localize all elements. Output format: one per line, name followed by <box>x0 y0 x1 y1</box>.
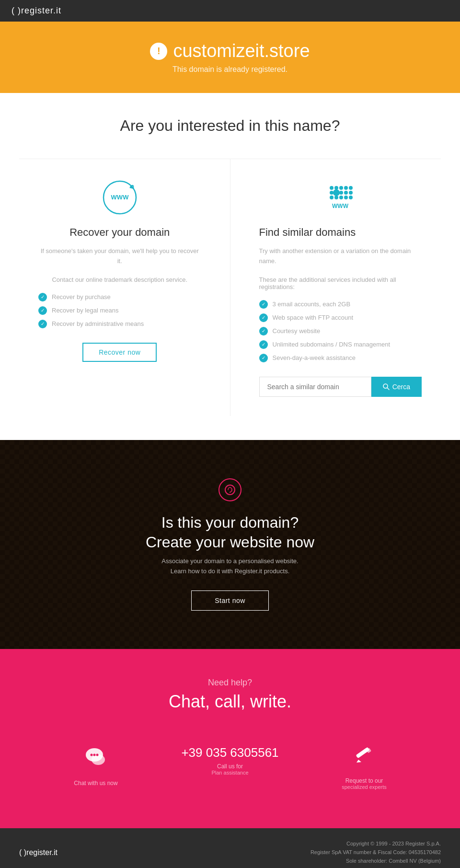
check-icon: ✓ <box>38 293 47 301</box>
svg-text:WWW: WWW <box>111 194 129 201</box>
warning-icon: ! <box>150 43 167 60</box>
help-write-col: Request to our specialized experts <box>297 736 431 799</box>
start-now-button[interactable]: Start now <box>191 590 269 611</box>
list-item: ✓ 3 email accounts, each 2GB <box>259 300 422 309</box>
checklist-item-r4: Unlimited subdomains / DNS management <box>273 341 391 348</box>
top-nav: ( )register.it <box>0 0 460 22</box>
help-section: Need help? Chat, call, write. Chat with … <box>0 649 460 828</box>
help-cols: Chat with us now +39 035 6305561 Call us… <box>19 736 441 799</box>
svg-point-3 <box>334 186 338 190</box>
interested-title: Are you interested in this name? <box>19 117 441 135</box>
svg-point-2 <box>330 186 334 190</box>
svg-point-5 <box>344 186 348 190</box>
cta-title: Is this your domain? Create your website… <box>19 513 441 553</box>
svg-point-10 <box>344 191 348 195</box>
www-dots-icon: WWW <box>321 178 359 217</box>
search-icon <box>383 383 390 390</box>
banner: ! customizeit.store This domain is alrea… <box>0 22 460 93</box>
help-title: Chat, call, write. <box>19 692 441 712</box>
search-button[interactable]: Cerca <box>371 377 422 397</box>
find-similar-col: WWW Find similar domains Try with anothe… <box>230 159 441 416</box>
help-phone-number: +39 035 6305561 <box>181 745 278 760</box>
list-item: ✓ Recover by administrative means <box>38 320 201 328</box>
www-circle-icon: WWW <box>101 178 139 217</box>
svg-line-19 <box>387 388 389 390</box>
find-similar-title: Find similar domains <box>259 226 422 239</box>
svg-point-21 <box>230 492 230 493</box>
svg-point-15 <box>344 196 348 199</box>
checklist-item-3: Recover by administrative means <box>52 320 144 327</box>
list-item: ✓ Unlimited subdomains / DNS management <box>259 340 422 349</box>
svg-rect-27 <box>356 747 369 759</box>
cta-section: Is this your domain? Create your website… <box>0 440 460 649</box>
help-chat-col: Chat with us now <box>29 736 163 799</box>
chat-icon <box>84 745 108 769</box>
recover-contact: Contact our online trademark description… <box>38 276 201 283</box>
checklist-item-2: Recover by legal means <box>52 307 118 314</box>
list-item: ✓ Courtesy website <box>259 327 422 336</box>
checklist-item-1: Recover by purchase <box>52 293 111 301</box>
list-item: ✓ Web space with FTP account <box>259 313 422 322</box>
check-icon: ✓ <box>259 354 268 362</box>
checklist-item-r1: 3 email accounts, each 2GB <box>273 301 351 308</box>
help-write-sublabel: specialized experts <box>342 784 387 790</box>
cta-badge-icon <box>218 478 242 501</box>
svg-text:WWW: WWW <box>332 203 349 209</box>
cta-subtitle: Associate your domain to a personalised … <box>19 556 441 577</box>
register-icon <box>224 484 236 496</box>
find-similar-checklist: ✓ 3 email accounts, each 2GB ✓ Web space… <box>259 300 422 362</box>
svg-point-24 <box>91 754 93 756</box>
find-similar-contact: These are the additional services includ… <box>259 276 422 290</box>
recover-domain-title: Recover your domain <box>38 226 201 239</box>
svg-marker-28 <box>356 760 361 763</box>
list-item: ✓ Seven-day-a-week assistance <box>259 354 422 362</box>
help-need-label: Need help? <box>19 678 441 688</box>
domain-search-bar: Cerca <box>259 377 422 397</box>
main-section: Are you interested in this name? WWW Rec… <box>0 93 460 440</box>
svg-point-23 <box>92 754 105 765</box>
pencil-icon <box>354 745 375 767</box>
checklist-item-r2: Web space with FTP account <box>273 314 354 321</box>
svg-point-12 <box>330 196 334 199</box>
list-item: ✓ Recover by purchase <box>38 293 201 301</box>
list-item: ✓ Recover by legal means <box>38 306 201 315</box>
footer-copyright: Copyright © 1999 - 2023 Register S.p.A. … <box>310 840 441 865</box>
svg-point-6 <box>349 186 353 190</box>
banner-subtitle: This domain is already registered. <box>10 65 450 74</box>
svg-point-9 <box>339 191 343 195</box>
recover-checklist: ✓ Recover by purchase ✓ Recover by legal… <box>38 293 201 328</box>
svg-point-8 <box>333 189 340 196</box>
check-icon: ✓ <box>38 320 47 328</box>
checklist-item-r3: Courtesy website <box>273 327 321 335</box>
svg-point-14 <box>339 196 343 199</box>
banner-domain: ! customizeit.store <box>10 41 450 61</box>
recover-domain-desc: If someone's taken your domain, we'll he… <box>38 246 201 266</box>
help-write-label: Request to our <box>345 777 383 784</box>
recover-now-button[interactable]: Recover now <box>82 343 157 362</box>
check-icon: ✓ <box>259 313 268 322</box>
find-similar-desc: Try with another extension or a variatio… <box>259 246 422 266</box>
recover-domain-col: WWW Recover your domain If someone's tak… <box>19 159 230 416</box>
svg-point-7 <box>330 191 334 195</box>
footer-logo: ( )register.it <box>19 848 58 857</box>
footer: ( )register.it Copyright © 1999 - 2023 R… <box>0 828 460 868</box>
svg-point-16 <box>349 196 353 199</box>
svg-point-26 <box>96 754 99 756</box>
help-phone-label: Call us for <box>217 763 243 770</box>
nav-logo: ( )register.it <box>12 6 61 16</box>
svg-point-25 <box>93 754 96 756</box>
svg-point-20 <box>225 485 235 495</box>
cta-content: Is this your domain? Create your website… <box>19 478 441 611</box>
checklist-item-r5: Seven-day-a-week assistance <box>273 354 356 361</box>
svg-point-11 <box>349 191 353 195</box>
svg-point-13 <box>334 196 338 199</box>
check-icon: ✓ <box>259 327 268 336</box>
help-phone-col: +39 035 6305561 Call us for Plan assista… <box>163 736 297 799</box>
two-col-layout: WWW Recover your domain If someone's tak… <box>19 159 441 416</box>
help-phone-sublabel: Plan assistance <box>211 770 248 775</box>
check-icon: ✓ <box>259 300 268 309</box>
help-chat-label: Chat with us now <box>74 780 117 787</box>
check-icon: ✓ <box>259 340 268 349</box>
svg-point-4 <box>339 186 343 190</box>
search-input[interactable] <box>259 377 371 397</box>
